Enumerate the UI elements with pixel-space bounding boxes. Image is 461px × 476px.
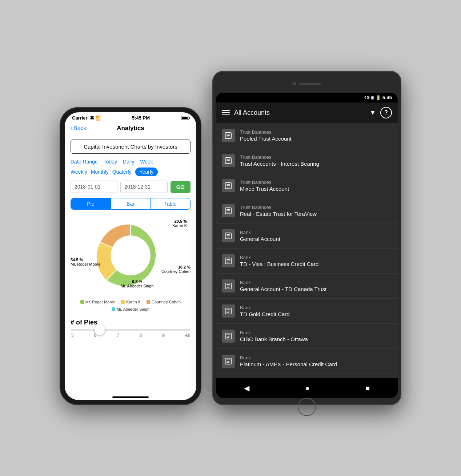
list-item[interactable]: Trust Balances Real - Estate Trust for T… — [216, 198, 398, 223]
pies-slider-track[interactable] — [71, 329, 191, 331]
iphone-time: 5:45 PM — [132, 115, 150, 121]
list-item[interactable]: Bank Platinum - AMEX - Personal Credit C… — [216, 349, 398, 374]
home-nav-button[interactable]: ● — [305, 384, 309, 392]
ledger-icon-4 — [224, 207, 232, 215]
list-item[interactable]: Bank General Account - TD Canada Trust — [216, 274, 398, 299]
recents-nav-button[interactable]: ■ — [365, 384, 370, 392]
date-inputs-row: 2018-01-01 2018-12-31 GO — [71, 181, 191, 193]
list-item[interactable]: Trust Balances Mixed Trust Account — [216, 173, 398, 198]
monthly-button[interactable]: Monthly — [91, 169, 109, 175]
help-button[interactable]: ? — [380, 107, 392, 118]
today-button[interactable]: Today — [104, 159, 117, 165]
legend-label-karen-k: Karen K — [126, 300, 141, 304]
label-roger-moore: 54.5 % Mr. Roger Moore — [71, 258, 101, 266]
account-text-9: Bank CIBC Bank Branch - Ottawa — [240, 330, 308, 342]
account-category-8: Bank — [240, 305, 290, 310]
list-item[interactable]: Trust Balances Pooled Trust Account — [216, 123, 398, 148]
account-icon-1 — [222, 129, 235, 142]
bar-chart-button[interactable]: Bar — [111, 198, 151, 209]
daily-button[interactable]: Daily — [123, 159, 134, 165]
account-name-2: Trust Accounts - Interest Bearing — [240, 161, 319, 167]
android-bottom-bezel — [216, 398, 398, 416]
list-item[interactable]: Bank Business Credit Card - Mastercard — [216, 374, 398, 378]
legend-label-courtney-cohen: Courtney Cohen — [152, 300, 181, 304]
end-date-input[interactable]: 2018-12-31 — [120, 181, 167, 193]
pies-slider-thumb[interactable] — [95, 325, 105, 335]
account-category-4: Trust Balances — [240, 205, 317, 210]
table-chart-button[interactable]: Table — [151, 198, 190, 209]
account-category-7: Bank — [240, 280, 326, 285]
account-name-3: Mixed Trust Account — [240, 186, 289, 192]
pies-label: # of Pies — [71, 319, 191, 326]
account-name-8: TD Gold Credit Card — [240, 311, 290, 317]
chart-type-selector: Pie Bar Table — [71, 198, 191, 210]
start-date-input[interactable]: 2018-01-01 — [71, 181, 117, 193]
account-category-6: Bank — [240, 255, 318, 260]
chart-title: Capital Investment Charts by Investors — [84, 144, 177, 150]
iphone-content: Capital Investment Charts by Investors D… — [65, 135, 196, 389]
account-icon-4 — [222, 204, 235, 217]
android-physical-home[interactable] — [298, 398, 316, 416]
pie-chart-button[interactable]: Pie — [71, 198, 111, 209]
tick-5: 5 — [71, 333, 74, 338]
account-category-3: Trust Balances — [240, 179, 289, 185]
back-button[interactable]: ‹ Back — [71, 124, 92, 132]
account-text-7: Bank General Account - TD Canada Trust — [240, 280, 326, 292]
legend-color-courtney-cohen — [147, 300, 150, 304]
iphone-screen: Carrier ⌘ 📶 5:45 PM ‹ Back Analytics — [65, 112, 196, 400]
iphone-device: Carrier ⌘ 📶 5:45 PM ‹ Back Analytics — [60, 107, 201, 405]
account-category-5: Bank — [240, 230, 280, 235]
account-name-10: Platinum - AMEX - Personal Credit Card — [240, 361, 337, 367]
account-text-4: Trust Balances Real - Estate Trust for T… — [240, 205, 317, 217]
back-label: Back — [73, 125, 87, 132]
hamburger-line-1 — [222, 110, 230, 111]
account-text-2: Trust Balances Trust Accounts - Interest… — [240, 154, 319, 167]
account-name-1: Pooled Trust Account — [240, 136, 292, 142]
signal-icon: 4G ▣ — [364, 95, 374, 100]
list-item[interactable]: Trust Balances Trust Accounts - Interest… — [216, 148, 398, 173]
ledger-icon-8 — [224, 307, 232, 315]
ledger-icon-5 — [224, 232, 232, 240]
weekly-button[interactable]: Weekly — [71, 169, 87, 175]
status-icons: 4G ▣ 🔋 5:45 — [364, 95, 392, 100]
go-button[interactable]: GO — [171, 181, 191, 193]
ledger-icon-9 — [224, 332, 232, 340]
list-item[interactable]: Bank CIBC Bank Branch - Ottawa — [216, 324, 398, 349]
legend-item-abeeder-singh: Mr. Abeeder Singh — [112, 307, 150, 311]
android-speaker — [299, 83, 321, 85]
week-button[interactable]: Week — [140, 159, 153, 165]
legend-label-abeeder-singh: Mr. Abeeder Singh — [117, 307, 150, 311]
legend-color-roger-moore — [80, 300, 84, 304]
list-item[interactable]: Bank General Account — [216, 223, 398, 249]
tick-all: All — [185, 333, 190, 338]
legend-item-karen-k: Karen K — [121, 300, 141, 304]
battery-status-icon: 🔋 — [376, 95, 381, 100]
dropdown-arrow-icon[interactable]: ▼ — [369, 109, 376, 117]
yearly-button[interactable]: Yearly — [135, 168, 158, 176]
quarterly-button[interactable]: Quaterly — [112, 169, 132, 175]
account-name-7: General Account - TD Canada Trust — [240, 286, 326, 292]
battery-icon — [181, 116, 189, 120]
period-row: Weekly Monthly Quaterly Yearly — [71, 168, 191, 176]
chart-legend: Mr. Roger Moore Karen K Courtney Cohen M… — [71, 300, 191, 311]
label-courtney-cohen: 18.2 % Courtney Cohen — [161, 265, 191, 274]
android-toolbar: All Accounts ▼ ? — [216, 102, 398, 123]
back-nav-button[interactable]: ◀ — [244, 384, 249, 392]
hamburger-line-2 — [222, 112, 230, 113]
account-list: Trust Balances Pooled Trust Account — [216, 123, 398, 378]
ledger-icon-2 — [224, 157, 232, 165]
date-range-row: Date Range Today Daily Week — [71, 159, 191, 165]
account-category-10: Bank — [240, 355, 337, 360]
chart-title-box: Capital Investment Charts by Investors — [71, 140, 191, 154]
ledger-icon-10 — [224, 357, 232, 365]
list-item[interactable]: Bank TD Gold Credit Card — [216, 299, 398, 324]
iphone-nav-bar: ‹ Back Analytics — [65, 122, 196, 135]
list-item[interactable]: Bank TD - Visa ; Business Credit Card — [216, 249, 398, 274]
date-range-label: Date Range — [71, 159, 98, 165]
donut-chart: 20.5 % Karen K 18.2 % Courtney Cohen 54.… — [71, 215, 191, 295]
account-text-1: Trust Balances Pooled Trust Account — [240, 129, 292, 142]
tick-7: 7 — [117, 333, 119, 338]
account-text-5: Bank General Account — [240, 230, 280, 242]
account-text-8: Bank TD Gold Credit Card — [240, 305, 290, 317]
menu-button[interactable] — [222, 110, 230, 115]
